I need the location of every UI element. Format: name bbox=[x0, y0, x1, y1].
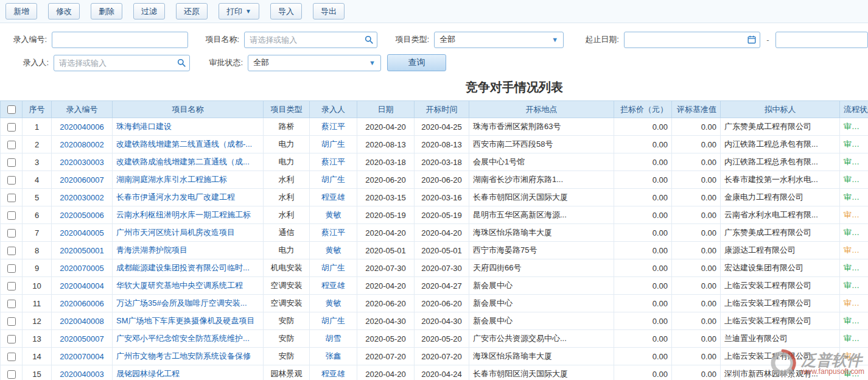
entry-person-input[interactable] bbox=[54, 55, 190, 71]
project_name-link[interactable]: 云南水利枢纽潜明水库一期工程施工标 bbox=[113, 206, 264, 224]
row-checkbox[interactable] bbox=[7, 229, 16, 237]
row-checkbox[interactable] bbox=[7, 176, 16, 185]
entry_person-link[interactable]: 胡广生 bbox=[310, 136, 357, 153]
entry_person-link[interactable]: 蔡江平 bbox=[310, 224, 357, 242]
filter-button[interactable]: 过滤 bbox=[133, 3, 165, 19]
entry_no-link[interactable]: 2020080002 bbox=[52, 136, 113, 153]
entry_person-link[interactable]: 胡雪 bbox=[310, 330, 357, 348]
calendar-icon[interactable] bbox=[747, 35, 756, 44]
proposed_winner-cell: 上临云安装工程有限公司 bbox=[721, 295, 840, 312]
entry_no-link[interactable]: 2020030002 bbox=[52, 189, 113, 206]
no-cell: 1 bbox=[23, 118, 52, 136]
project_name-link[interactable]: 长春市伊通河水力发电厂改建工程 bbox=[113, 189, 264, 206]
entry_no-link[interactable]: 2020050006 bbox=[52, 206, 113, 224]
export-button[interactable]: 导出 bbox=[313, 3, 345, 19]
project_name-link[interactable]: 华软大厦研究基地中央空调系统工程 bbox=[113, 277, 264, 295]
project_name-link[interactable]: SM广场地下车库更换摄像机及硬盘项目 bbox=[113, 312, 264, 330]
entry_no-link[interactable]: 2020050001 bbox=[52, 242, 113, 259]
entry_no-link[interactable]: 2020030003 bbox=[52, 153, 113, 171]
project_type-cell: 电力 bbox=[264, 136, 310, 153]
project_name-link[interactable]: 晟铭园林绿化工程 bbox=[113, 365, 264, 380]
project_name-link[interactable]: 改建铁路成渝线增建第二直通线（成... bbox=[113, 153, 264, 171]
project-type-select[interactable]: 全部 ▼ bbox=[434, 32, 564, 48]
entry_no-link[interactable]: 2020040004 bbox=[52, 277, 113, 295]
print-button[interactable]: 打印▼ bbox=[219, 3, 259, 19]
project_name-link[interactable]: 广安邓小平纪念馆安全防范系统维护... bbox=[113, 330, 264, 348]
no-cell: 10 bbox=[23, 277, 52, 295]
date-start-input[interactable] bbox=[624, 32, 760, 48]
approval-status-select[interactable]: 全部 ▼ bbox=[248, 55, 381, 71]
entry_person-link[interactable]: 程亚雄 bbox=[310, 189, 357, 206]
project_name-link[interactable]: 万达广场35#会所及咖啡厅空调安装... bbox=[113, 295, 264, 312]
row-checkbox[interactable] bbox=[7, 335, 16, 343]
entry_person-link[interactable]: 黄敏 bbox=[310, 295, 357, 312]
project_name-link[interactable]: 改建铁路线增建第二线直通线（成都-... bbox=[113, 136, 264, 153]
entry_person-link[interactable]: 蔡江平 bbox=[310, 118, 357, 136]
no-cell: 15 bbox=[23, 365, 52, 380]
row-checkbox[interactable] bbox=[7, 353, 16, 361]
project_name-link[interactable]: 珠海鹤港口建设 bbox=[113, 118, 264, 136]
entry_person-link[interactable]: 程亚雄 bbox=[310, 277, 357, 295]
proposed_winner-cell: 云南省水利水电工程有限... bbox=[721, 206, 840, 224]
project_name-link[interactable]: 湖南洞庭湖水库引水工程施工标 bbox=[113, 171, 264, 189]
row-checkbox[interactable] bbox=[7, 123, 16, 132]
table-row: 92020070005成都能源建设集团投资有限公司临时...机电安装胡广生202… bbox=[1, 259, 868, 277]
restore-button[interactable]: 还原 bbox=[176, 3, 208, 19]
entry_person-link[interactable]: 张鑫 bbox=[310, 348, 357, 365]
entry_no-link[interactable]: 2020060006 bbox=[52, 295, 113, 312]
row-checkbox[interactable] bbox=[7, 317, 16, 326]
date-end-input[interactable] bbox=[775, 32, 868, 48]
add-button[interactable]: 新增 bbox=[5, 3, 37, 19]
entry-no-label: 录入编号: bbox=[0, 34, 52, 45]
entry_person-link[interactable]: 蔡江平 bbox=[310, 153, 357, 171]
entry_no-link[interactable]: 2020040003 bbox=[52, 365, 113, 380]
row-checkbox[interactable] bbox=[7, 282, 16, 290]
entry_person-link[interactable]: 胡广生 bbox=[310, 259, 357, 277]
entry_no-link[interactable]: 2020070005 bbox=[52, 259, 113, 277]
entry_person-link[interactable]: 胡广生 bbox=[310, 171, 357, 189]
entry_person-link[interactable]: 程亚雄 bbox=[310, 365, 357, 380]
benchmark-cell: 0.00 bbox=[672, 153, 721, 171]
project_name-link[interactable]: 成都能源建设集团投资有限公司临时... bbox=[113, 259, 264, 277]
date-cell: 2020-06-20 bbox=[357, 295, 415, 312]
row-checkbox-cell bbox=[1, 224, 23, 242]
project_name-link[interactable]: 广州市天河区统计局机房改造项目 bbox=[113, 224, 264, 242]
search-icon[interactable] bbox=[177, 58, 186, 67]
benchmark-cell: 0.00 bbox=[672, 171, 721, 189]
block_price-cell: 0.00 bbox=[614, 259, 672, 277]
edit-button[interactable]: 修改 bbox=[48, 3, 80, 19]
project_name-link[interactable]: 青海洪湖养护院项目 bbox=[113, 242, 264, 259]
row-checkbox[interactable] bbox=[7, 370, 16, 379]
row-checkbox[interactable] bbox=[7, 211, 16, 220]
entry_no-link[interactable]: 2020050007 bbox=[52, 330, 113, 348]
row-checkbox[interactable] bbox=[7, 264, 16, 273]
date-cell: 2020-05-01 bbox=[357, 242, 415, 259]
entry_person-link[interactable]: 胡广生 bbox=[310, 312, 357, 330]
project_name-link[interactable]: 广州市文物考古工地安防系统设备保修 bbox=[113, 348, 264, 365]
select-all-checkbox[interactable] bbox=[7, 105, 16, 114]
entry_no-link[interactable]: 2020070004 bbox=[52, 348, 113, 365]
row-checkbox[interactable] bbox=[7, 194, 16, 202]
entry_no-link[interactable]: 2020060007 bbox=[52, 171, 113, 189]
delete-button[interactable]: 删除 bbox=[91, 3, 122, 19]
entry_no-link[interactable]: 2020040006 bbox=[52, 118, 113, 136]
no-cell: 13 bbox=[23, 330, 52, 348]
bid_open_time-cell: 2020-03-16 bbox=[415, 189, 469, 206]
bid_open_time-cell: 2020-04-20 bbox=[415, 224, 469, 242]
row-checkbox[interactable] bbox=[7, 158, 16, 167]
row-checkbox[interactable] bbox=[7, 141, 16, 149]
entry_person-link[interactable]: 黄敏 bbox=[310, 206, 357, 224]
import-button[interactable]: 导入 bbox=[270, 3, 302, 19]
date-cell: 2020-07-20 bbox=[357, 348, 415, 365]
row-checkbox[interactable] bbox=[7, 247, 16, 255]
bid_open_time-cell: 2020-07-30 bbox=[415, 259, 469, 277]
block_price-cell: 0.00 bbox=[614, 224, 672, 242]
project-name-input[interactable] bbox=[244, 32, 377, 48]
entry_no-link[interactable]: 2020040005 bbox=[52, 224, 113, 242]
search-button[interactable]: 查询 bbox=[387, 54, 446, 71]
search-icon[interactable] bbox=[365, 35, 373, 44]
entry-no-input[interactable] bbox=[52, 32, 188, 48]
entry_person-link[interactable]: 黄敏 bbox=[310, 242, 357, 259]
row-checkbox[interactable] bbox=[7, 300, 16, 308]
entry_no-link[interactable]: 2020040008 bbox=[52, 312, 113, 330]
